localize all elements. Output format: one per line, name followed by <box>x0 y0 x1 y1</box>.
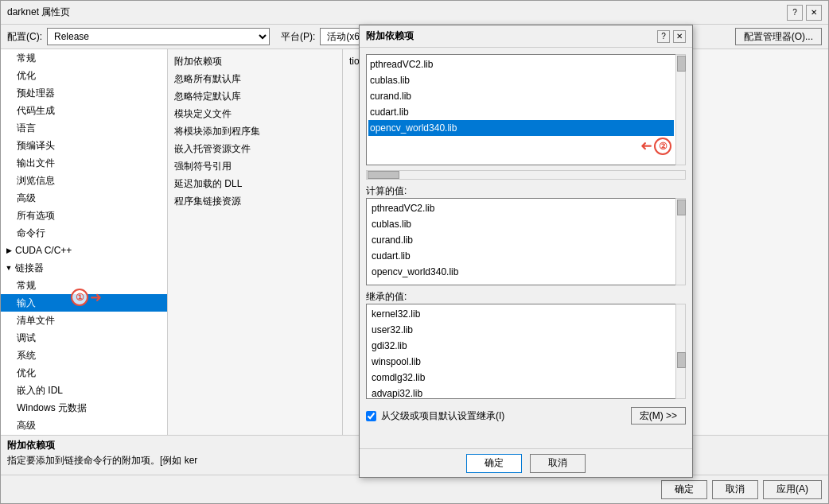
tree-item-precompile[interactable]: 预编译头 <box>1 137 167 154</box>
h-scroll-thumb[interactable] <box>368 171 399 179</box>
tree-item-browse[interactable]: 浏览信息 <box>1 172 167 189</box>
tree-item-opt[interactable]: 优化 <box>1 364 167 382</box>
computed-item-5: opencv_world340.lib <box>368 264 674 280</box>
overlay-ok-button[interactable]: 确定 <box>466 454 522 473</box>
overlay-content: pthreadVC2.lib cublas.lib curand.lib cud… <box>360 48 692 448</box>
tree-item-codegen[interactable]: 代码生成 <box>1 102 167 119</box>
close-button[interactable]: ✕ <box>806 5 822 21</box>
inherit-checkbox[interactable] <box>366 411 376 421</box>
tree-item-label: 预编译头 <box>17 139 55 153</box>
tree-item-optimize[interactable]: 优化 <box>1 67 167 84</box>
computed-section: 计算的值: pthreadVC2.lib cublas.lib curand.l… <box>366 184 686 285</box>
tree-item-label: Windows 元数据 <box>17 401 87 415</box>
config-label: 配置(C): <box>7 30 42 44</box>
tree-item-adv2[interactable]: 高级 <box>1 417 167 434</box>
tree-item-label: 高级 <box>17 192 36 205</box>
tree-item-cmdline[interactable]: 命令行 <box>1 224 167 242</box>
prop-module-def[interactable]: 模块定义文件 <box>168 105 342 122</box>
prop-force-sym[interactable]: 强制符号引用 <box>168 157 342 175</box>
tree-item-linker[interactable]: ▼ 链接器 <box>1 259 167 277</box>
edit-item-1[interactable]: pthreadVC2.lib <box>368 56 674 72</box>
tree-item-system[interactable]: 系统 <box>1 347 167 364</box>
inherited-item-4: winspool.lib <box>368 354 674 370</box>
apply-button[interactable]: 应用(A) <box>763 480 822 499</box>
tree-item-label: 优化 <box>17 69 36 83</box>
inherited-box: kernel32.lib user32.lib gdi32.lib winspo… <box>366 304 686 399</box>
inherited-label: 继承的值: <box>366 290 686 304</box>
cancel-button[interactable]: 取消 <box>712 480 758 499</box>
computed-item-3: curand.lib <box>368 232 674 248</box>
tree-item-label: 命令行 <box>17 227 45 240</box>
overlay-help-btn[interactable]: ? <box>657 30 670 43</box>
overlay-title-bar: 附加依赖项 ? ✕ <box>360 25 692 48</box>
inherited-item-5: comdlg32.lib <box>368 370 674 386</box>
overlay-dialog: 附加依赖项 ? ✕ pthreadVC2.lib cublas.lib cura… <box>359 25 693 478</box>
ok-button[interactable]: 确定 <box>661 480 707 499</box>
tree-item-label: 所有选项 <box>17 209 55 223</box>
overlay-bottom-bar: 确定 取消 <box>360 448 692 477</box>
prop-ignore-all[interactable]: 忽略所有默认库 <box>168 70 342 87</box>
help-button[interactable]: ? <box>787 5 803 21</box>
tree-item-output[interactable]: 输出文件 <box>1 154 167 172</box>
prop-add-dep[interactable]: 附加依赖项 <box>168 52 342 70</box>
overlay-cancel-button[interactable]: 取消 <box>530 454 586 473</box>
edit-item-5[interactable]: opencv_world340.lib <box>368 120 674 136</box>
tree-item-label: 代码生成 <box>17 104 55 118</box>
edit-item-3[interactable]: curand.lib <box>368 88 674 104</box>
prop-asm-link[interactable]: 程序集链接资源 <box>168 192 342 210</box>
overlay-close-btn[interactable]: ✕ <box>673 30 686 43</box>
edit-list-box[interactable]: pthreadVC2.lib cublas.lib curand.lib cud… <box>366 54 686 165</box>
tree-item-preprocessor[interactable]: 预处理器 <box>1 84 167 102</box>
prop-ignore-spec[interactable]: 忽略特定默认库 <box>168 87 342 105</box>
config-select[interactable]: Release <box>47 28 270 45</box>
tree-item-advanced[interactable]: 高级 <box>1 189 167 207</box>
computed-item-4: cudart.lib <box>368 248 674 264</box>
inherited-section: 继承的值: kernel32.lib user32.lib gdi32.lib … <box>366 290 686 399</box>
tree-item-label: 系统 <box>17 349 36 362</box>
computed-scroll-thumb[interactable] <box>677 200 686 215</box>
tree-item-idl[interactable]: 嵌入的 IDL <box>1 382 167 399</box>
tree-item-cuda[interactable]: ▶ CUDA C/C++ <box>1 242 167 259</box>
tree-item-all-options[interactable]: 所有选项 <box>1 207 167 224</box>
tree-item-general[interactable]: 常规 <box>1 49 167 67</box>
main-dialog: darknet 属性页 ? ✕ 配置(C): Release 平台(P): 活动… <box>0 0 829 504</box>
inherited-scrollbar[interactable] <box>675 304 686 399</box>
tree-item-winmeta[interactable]: Windows 元数据 <box>1 399 167 417</box>
tree-item-label: 清单文件 <box>17 314 55 328</box>
edit-list-container: pthreadVC2.lib cublas.lib curand.lib cud… <box>366 54 686 165</box>
tree-item-label: 浏览信息 <box>17 174 55 188</box>
tree-item-manifest[interactable]: 清单文件 <box>1 312 167 329</box>
tree-item-label: 高级 <box>17 419 36 432</box>
inherited-scroll-thumb[interactable] <box>677 352 686 368</box>
prop-add-module[interactable]: 将模块添加到程序集 <box>168 122 342 140</box>
tree-item-label: 预处理器 <box>17 87 55 100</box>
inherited-item-6: advapi32.lib <box>368 386 674 399</box>
h-scroll-bar[interactable] <box>366 170 686 180</box>
tree-item-label: 常规 <box>17 52 36 65</box>
inherited-item-1: kernel32.lib <box>368 306 674 322</box>
middle-panel: 附加依赖项 忽略所有默认库 忽略特定默认库 模块定义文件 将模块添加到程序集 嵌… <box>168 49 343 435</box>
config-mgr-button[interactable]: 配置管理器(O)... <box>735 28 822 45</box>
computed-container: pthreadVC2.lib cublas.lib curand.lib cud… <box>366 198 686 285</box>
title-bar-left: darknet 属性页 <box>7 6 70 19</box>
inherited-item-2: user32.lib <box>368 322 674 338</box>
computed-scrollbar[interactable] <box>675 198 686 285</box>
scrollbar-track[interactable] <box>675 54 686 165</box>
tree-item-debug[interactable]: 调试 <box>1 329 167 347</box>
edit-item-4[interactable]: cudart.lib <box>368 104 674 120</box>
prop-embed-res[interactable]: 嵌入托管资源文件 <box>168 140 342 157</box>
left-panel: 常规 优化 预处理器 代码生成 语言 预编译头 输出文件 浏览信息 高级 所有选… <box>1 49 168 435</box>
tree-item-linker-input[interactable]: 输入 <box>1 294 167 312</box>
tree-item-label: 输入 <box>17 297 36 310</box>
expand-icon: ▶ <box>4 246 14 255</box>
scrollbar-thumb[interactable] <box>677 56 686 72</box>
tree-item-linker-general[interactable]: 常规 <box>1 277 167 294</box>
macro-button[interactable]: 宏(M) >> <box>631 407 686 425</box>
edit-item-2[interactable]: cublas.lib <box>368 72 674 88</box>
tree-item-label: CUDA C/C++ <box>15 245 72 256</box>
computed-label: 计算的值: <box>366 184 686 198</box>
prop-delay-dll[interactable]: 延迟加载的 DLL <box>168 175 342 192</box>
computed-item-1: pthreadVC2.lib <box>368 200 674 216</box>
computed-box: pthreadVC2.lib cublas.lib curand.lib cud… <box>366 198 686 285</box>
tree-item-lang[interactable]: 语言 <box>1 119 167 137</box>
